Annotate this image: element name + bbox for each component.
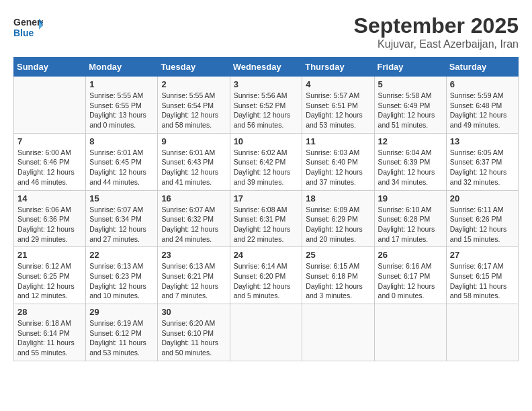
day-number: 11 [306,136,370,146]
day-number: 5 [378,79,443,89]
calendar-table: SundayMondayTuesdayWednesdayThursdayFrid… [13,57,519,361]
month-title: September 2025 [354,13,519,38]
day-number: 7 [17,136,82,146]
calendar-cell: 18Sunrise: 6:09 AMSunset: 6:29 PMDayligh… [302,190,374,247]
day-info: Sunrise: 5:56 AMSunset: 6:52 PMDaylight:… [234,91,299,130]
calendar-cell: 29Sunrise: 6:19 AMSunset: 6:12 PMDayligh… [86,304,158,361]
page-header: General Blue September 2025 Kujuvar, Eas… [13,13,519,50]
day-info: Sunrise: 6:05 AMSunset: 6:37 PMDaylight:… [450,148,515,187]
weekday-header-saturday: Saturday [446,58,518,77]
day-info: Sunrise: 6:19 AMSunset: 6:12 PMDaylight:… [89,318,154,358]
day-number: 17 [234,193,299,203]
weekday-header-thursday: Thursday [302,58,374,77]
day-number: 22 [89,250,154,260]
day-info: Sunrise: 6:01 AMSunset: 6:43 PMDaylight:… [161,148,226,187]
calendar-cell: 30Sunrise: 6:20 AMSunset: 6:10 PMDayligh… [158,304,230,361]
logo: General Blue [13,13,43,39]
day-info: Sunrise: 5:57 AMSunset: 6:51 PMDaylight:… [306,91,370,130]
day-info: Sunrise: 6:13 AMSunset: 6:21 PMDaylight:… [161,261,226,301]
calendar-cell [374,304,446,361]
day-info: Sunrise: 6:15 AMSunset: 6:18 PMDaylight:… [306,261,370,301]
calendar-cell: 14Sunrise: 6:06 AMSunset: 6:36 PMDayligh… [14,190,86,247]
week-row-2: 7Sunrise: 6:00 AMSunset: 6:46 PMDaylight… [14,133,519,190]
week-row-5: 28Sunrise: 6:18 AMSunset: 6:14 PMDayligh… [14,304,519,361]
day-number: 4 [306,79,370,89]
day-info: Sunrise: 6:06 AMSunset: 6:36 PMDaylight:… [17,205,82,244]
calendar-cell: 13Sunrise: 6:05 AMSunset: 6:37 PMDayligh… [446,133,518,190]
calendar-cell: 7Sunrise: 6:00 AMSunset: 6:46 PMDaylight… [14,133,86,190]
calendar-cell: 20Sunrise: 6:11 AMSunset: 6:26 PMDayligh… [446,190,518,247]
calendar-cell [14,77,86,134]
day-number: 3 [234,79,299,89]
day-info: Sunrise: 6:00 AMSunset: 6:46 PMDaylight:… [17,148,82,187]
calendar-cell: 11Sunrise: 6:03 AMSunset: 6:40 PMDayligh… [302,133,374,190]
day-number: 27 [450,250,515,260]
calendar-cell: 22Sunrise: 6:13 AMSunset: 6:23 PMDayligh… [86,247,158,304]
calendar-cell: 23Sunrise: 6:13 AMSunset: 6:21 PMDayligh… [158,247,230,304]
weekday-header-wednesday: Wednesday [230,58,302,77]
day-info: Sunrise: 6:12 AMSunset: 6:25 PMDaylight:… [17,261,82,301]
calendar-cell: 27Sunrise: 6:17 AMSunset: 6:15 PMDayligh… [446,247,518,304]
calendar-cell: 4Sunrise: 5:57 AMSunset: 6:51 PMDaylight… [302,77,374,134]
day-number: 30 [161,307,226,317]
day-info: Sunrise: 6:18 AMSunset: 6:14 PMDaylight:… [17,318,82,358]
day-info: Sunrise: 5:55 AMSunset: 6:54 PMDaylight:… [161,91,226,130]
calendar-cell: 3Sunrise: 5:56 AMSunset: 6:52 PMDaylight… [230,77,302,134]
day-number: 13 [450,136,515,146]
day-info: Sunrise: 6:14 AMSunset: 6:20 PMDaylight:… [234,261,299,301]
day-number: 29 [89,307,154,317]
day-number: 19 [378,193,443,203]
day-info: Sunrise: 6:08 AMSunset: 6:31 PMDaylight:… [234,205,299,244]
day-info: Sunrise: 6:07 AMSunset: 6:34 PMDaylight:… [89,205,154,244]
day-number: 23 [161,250,226,260]
day-info: Sunrise: 6:11 AMSunset: 6:26 PMDaylight:… [450,205,515,244]
day-number: 12 [378,136,443,146]
weekday-header-friday: Friday [374,58,446,77]
calendar-cell: 16Sunrise: 6:07 AMSunset: 6:32 PMDayligh… [158,190,230,247]
day-info: Sunrise: 6:03 AMSunset: 6:40 PMDaylight:… [306,148,370,187]
day-number: 6 [450,79,515,89]
calendar-cell: 17Sunrise: 6:08 AMSunset: 6:31 PMDayligh… [230,190,302,247]
calendar-cell: 28Sunrise: 6:18 AMSunset: 6:14 PMDayligh… [14,304,86,361]
day-info: Sunrise: 6:07 AMSunset: 6:32 PMDaylight:… [161,205,226,244]
weekday-header-monday: Monday [86,58,158,77]
location-title: Kujuvar, East Azerbaijan, Iran [354,38,519,50]
week-row-4: 21Sunrise: 6:12 AMSunset: 6:25 PMDayligh… [14,247,519,304]
calendar-cell: 19Sunrise: 6:10 AMSunset: 6:28 PMDayligh… [374,190,446,247]
day-number: 10 [234,136,299,146]
calendar-cell: 25Sunrise: 6:15 AMSunset: 6:18 PMDayligh… [302,247,374,304]
calendar-cell: 24Sunrise: 6:14 AMSunset: 6:20 PMDayligh… [230,247,302,304]
calendar-cell: 1Sunrise: 5:55 AMSunset: 6:55 PMDaylight… [86,77,158,134]
weekday-header-row: SundayMondayTuesdayWednesdayThursdayFrid… [14,58,519,77]
calendar-cell: 9Sunrise: 6:01 AMSunset: 6:43 PMDaylight… [158,133,230,190]
calendar-cell: 12Sunrise: 6:04 AMSunset: 6:39 PMDayligh… [374,133,446,190]
day-info: Sunrise: 6:09 AMSunset: 6:29 PMDaylight:… [306,205,370,244]
week-row-3: 14Sunrise: 6:06 AMSunset: 6:36 PMDayligh… [14,190,519,247]
day-info: Sunrise: 6:17 AMSunset: 6:15 PMDaylight:… [450,261,515,301]
day-number: 1 [89,79,154,89]
day-number: 16 [161,193,226,203]
calendar-cell: 8Sunrise: 6:01 AMSunset: 6:45 PMDaylight… [86,133,158,190]
calendar-cell: 2Sunrise: 5:55 AMSunset: 6:54 PMDaylight… [158,77,230,134]
day-number: 18 [306,193,370,203]
svg-text:General: General [13,17,43,28]
day-info: Sunrise: 6:04 AMSunset: 6:39 PMDaylight:… [378,148,443,187]
calendar-cell: 10Sunrise: 6:02 AMSunset: 6:42 PMDayligh… [230,133,302,190]
day-info: Sunrise: 6:10 AMSunset: 6:28 PMDaylight:… [378,205,443,244]
day-number: 14 [17,193,82,203]
day-info: Sunrise: 6:01 AMSunset: 6:45 PMDaylight:… [89,148,154,187]
day-number: 25 [306,250,370,260]
calendar-cell: 15Sunrise: 6:07 AMSunset: 6:34 PMDayligh… [86,190,158,247]
day-number: 2 [161,79,226,89]
week-row-1: 1Sunrise: 5:55 AMSunset: 6:55 PMDaylight… [14,77,519,134]
day-info: Sunrise: 6:20 AMSunset: 6:10 PMDaylight:… [161,318,226,358]
day-info: Sunrise: 6:16 AMSunset: 6:17 PMDaylight:… [378,261,443,301]
calendar-cell [302,304,374,361]
logo-icon: General Blue [13,13,43,39]
calendar-cell: 26Sunrise: 6:16 AMSunset: 6:17 PMDayligh… [374,247,446,304]
day-number: 24 [234,250,299,260]
calendar-cell: 5Sunrise: 5:58 AMSunset: 6:49 PMDaylight… [374,77,446,134]
day-number: 28 [17,307,82,317]
calendar-cell: 21Sunrise: 6:12 AMSunset: 6:25 PMDayligh… [14,247,86,304]
day-number: 21 [17,250,82,260]
